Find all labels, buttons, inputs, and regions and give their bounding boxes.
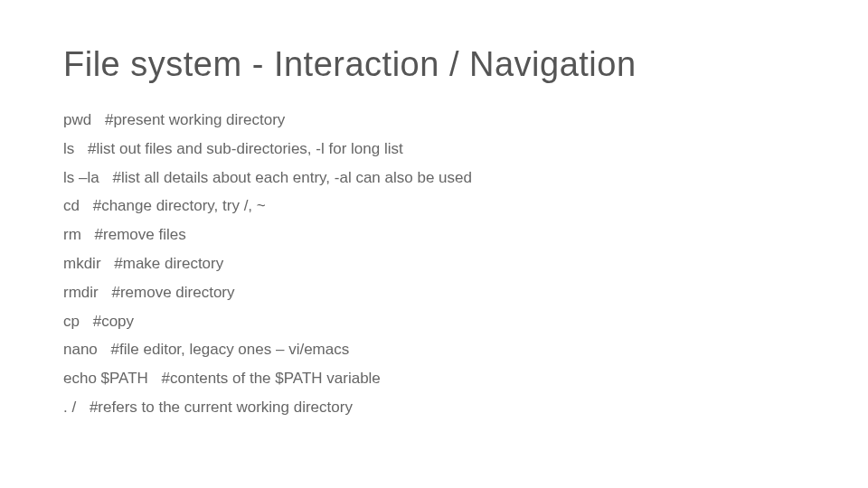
command-comment: #remove directory (111, 284, 234, 301)
command-line: echo $PATH #contents of the $PATH variab… (63, 368, 805, 389)
command-line: rmdir #remove directory (63, 282, 805, 304)
command-line: rm #remove files (63, 224, 805, 246)
command-comment: #refers to the current working directory (90, 399, 353, 416)
command-name: ls –la (63, 169, 99, 186)
command-list: pwd #present working directory ls #list … (63, 109, 805, 418)
command-line: cp #copy (63, 311, 805, 333)
command-line: cd #change directory, try /, ~ (63, 195, 805, 217)
command-name: rmdir (63, 284, 99, 301)
command-name: rm (63, 226, 81, 243)
command-line: nano #file editor, legacy ones – vi/emac… (63, 339, 805, 361)
command-comment: #copy (93, 313, 134, 330)
command-name: . / (63, 399, 76, 416)
command-line: ls –la #list all details about each entr… (63, 167, 805, 189)
command-line: pwd #present working directory (63, 109, 805, 131)
command-comment: #list out files and sub-directories, -l … (88, 140, 403, 157)
command-comment: #contents of the $PATH variable (162, 370, 381, 387)
command-comment: #list all details about each entry, -al … (112, 169, 472, 186)
command-line: . / #refers to the current working direc… (63, 397, 805, 418)
command-name: mkdir (63, 255, 101, 272)
command-line: mkdir #make directory (63, 253, 805, 275)
page-title: File system - Interaction / Navigation (63, 45, 805, 84)
command-comment: #change directory, try /, ~ (93, 197, 266, 214)
command-comment: #present working directory (105, 111, 285, 128)
command-comment: #remove files (95, 226, 186, 243)
command-name: ls (63, 140, 74, 157)
command-comment: #file editor, legacy ones – vi/emacs (111, 341, 350, 358)
command-name: nano (63, 341, 98, 358)
command-name: cd (63, 197, 80, 214)
command-line: ls #list out files and sub-directories, … (63, 138, 805, 160)
command-name: echo $PATH (63, 370, 148, 387)
command-name: pwd (63, 111, 91, 128)
command-comment: #make directory (114, 255, 223, 272)
command-name: cp (63, 313, 80, 330)
